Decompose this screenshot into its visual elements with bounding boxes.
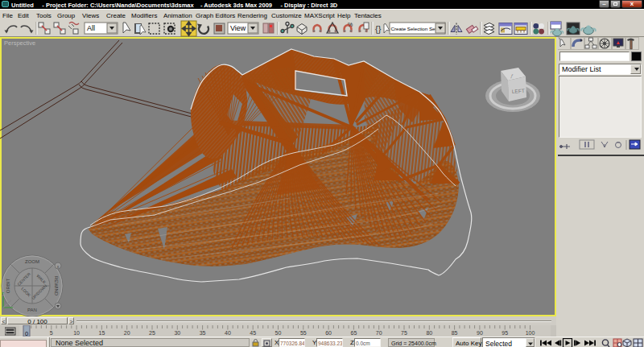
svg-text:%: % [348, 22, 353, 27]
svg-text:5: 5 [50, 330, 53, 336]
svg-text:70: 70 [376, 330, 382, 336]
svg-text:80: 80 [426, 330, 432, 336]
svg-text:10: 10 [73, 330, 80, 336]
svg-text:15: 15 [99, 330, 105, 336]
svg-text:20: 20 [124, 330, 130, 336]
svg-text:60: 60 [325, 330, 332, 336]
svg-text:LEFT: LEFT [512, 88, 525, 94]
svg-text:0: 0 [25, 330, 28, 337]
svg-text:95: 95 [502, 330, 508, 336]
svg-text:ZOOM: ZOOM [25, 259, 39, 264]
svg-text:PAN: PAN [27, 308, 37, 312]
svg-text:View: View [230, 24, 246, 32]
svg-text:25: 25 [149, 330, 155, 336]
svg-text:All: All [87, 24, 95, 32]
svg-text:100: 100 [526, 330, 535, 336]
svg-text:REWIND: REWIND [54, 276, 59, 296]
svg-text:ORBIT: ORBIT [6, 279, 10, 294]
svg-text:45: 45 [250, 330, 256, 336]
svg-text:75: 75 [401, 330, 407, 336]
svg-text:90: 90 [477, 330, 483, 336]
svg-text:50: 50 [275, 330, 282, 336]
svg-text:65: 65 [351, 330, 357, 336]
svg-text:35: 35 [200, 330, 206, 336]
svg-text:30: 30 [174, 330, 180, 336]
svg-text:{}: {} [375, 24, 382, 34]
svg-text:40: 40 [225, 330, 231, 336]
svg-text:Perspective: Perspective [4, 39, 35, 47]
svg-text:55: 55 [300, 330, 307, 336]
svg-text:Create Selection Set: Create Selection Set [391, 26, 437, 31]
svg-text:85: 85 [452, 330, 458, 336]
svg-text:z: z [2, 291, 4, 295]
